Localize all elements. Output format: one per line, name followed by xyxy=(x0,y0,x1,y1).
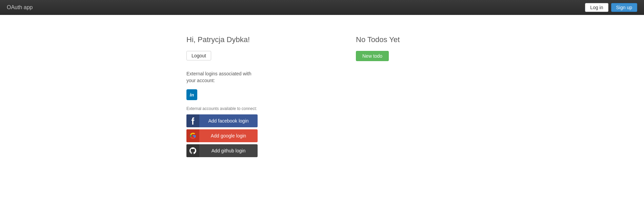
github-icon xyxy=(186,144,199,157)
left-column: Hi, Patrycja Dybka! Logout External logi… xyxy=(186,35,288,159)
external-logins-section: External logins associated with your acc… xyxy=(186,71,258,159)
signup-button[interactable]: Sign up xyxy=(611,3,637,12)
add-google-button[interactable]: Add google login xyxy=(186,129,258,142)
google-button-label: Add google login xyxy=(199,133,258,138)
external-logins-title: External logins associated with your acc… xyxy=(186,71,254,84)
linkedin-icon-text: in xyxy=(190,92,194,98)
add-github-button[interactable]: Add github login xyxy=(186,144,258,157)
available-accounts-title: External accounts available to connect: xyxy=(186,106,258,111)
github-button-label: Add github login xyxy=(199,148,258,153)
navbar-brand: OAuth app xyxy=(7,4,33,11)
facebook-icon xyxy=(186,114,199,127)
new-todo-button[interactable]: New todo xyxy=(356,51,389,61)
login-button[interactable]: Log in xyxy=(585,3,608,12)
todos-title: No Todos Yet xyxy=(356,35,400,44)
main-content: Hi, Patrycja Dybka! Logout External logi… xyxy=(0,15,644,159)
navbar-buttons: Log in Sign up xyxy=(585,3,637,12)
facebook-button-label: Add facebook login xyxy=(199,118,258,124)
greeting-text: Hi, Patrycja Dybka! xyxy=(186,35,250,44)
navbar: OAuth app Log in Sign up xyxy=(0,0,644,15)
right-column: No Todos Yet New todo xyxy=(356,35,458,159)
logout-button[interactable]: Logout xyxy=(186,51,211,60)
add-facebook-button[interactable]: Add facebook login xyxy=(186,114,258,127)
linkedin-icon: in xyxy=(186,89,197,100)
google-icon xyxy=(186,129,199,142)
